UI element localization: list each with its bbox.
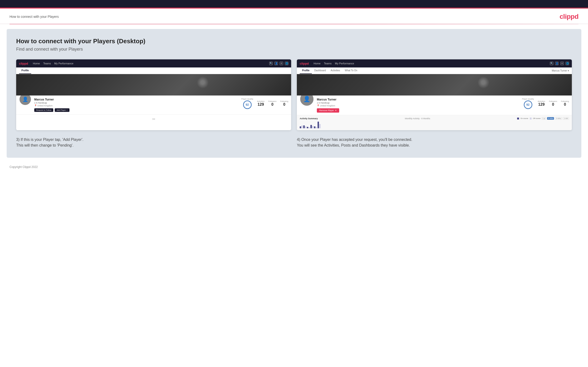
location-icon-1: 📍	[34, 105, 37, 107]
quality-circle-1: 92	[243, 100, 252, 109]
activity-legend: On course Off course	[517, 117, 540, 119]
remove-player-button[interactable]: Remove Player ✕	[317, 108, 339, 113]
hero-decoration-1	[197, 76, 209, 88]
period-1yr[interactable]: 1 yr	[542, 117, 546, 120]
stats-row-1: Player Quality 92 Activities 129 Followe…	[242, 98, 288, 109]
bar-on-1	[300, 126, 301, 128]
period-6mths[interactable]: 6 mths	[547, 117, 554, 120]
profile-buttons-1: Request to Follow Add Player +	[34, 108, 239, 112]
activity-period: Monthly Activity · 6 Months	[405, 117, 430, 120]
bar-on-5	[314, 126, 315, 128]
nav-link-performance-2[interactable]: My Performance	[335, 62, 354, 65]
screenshot-panel-2: clippd Home Teams My Performance 🔍 👤 ⚙ 🌐…	[297, 59, 572, 130]
nav-link-home-2[interactable]: Home	[313, 62, 320, 65]
app-navbar-2: clippd Home Teams My Performance 🔍 👤 ⚙ 🌐	[297, 59, 572, 67]
profile-handicap-1: 1-5 Handicap	[34, 102, 239, 104]
nav-link-performance-1[interactable]: My Performance	[54, 62, 73, 65]
bar-off-1	[301, 125, 303, 128]
settings-icon-1[interactable]: ⚙	[280, 62, 283, 65]
activity-header: Activity Summary Monthly Activity · 6 Mo…	[300, 117, 569, 120]
bar-on-6	[318, 122, 319, 128]
player-quality-2: Player Quality 92	[522, 98, 534, 109]
app-nav-right-1: 🔍 👤 ⚙ 🌐	[269, 62, 288, 65]
page-footer: Copyright Clippd 2022	[0, 162, 588, 172]
following-stat-2: Following 0	[561, 100, 569, 107]
bar-group-1	[300, 125, 303, 128]
app-nav-right-2: 🔍 👤 ⚙ 🌐	[550, 62, 569, 65]
period-1mth[interactable]: 1 mth	[563, 117, 569, 120]
app-tabs-1: Profile	[16, 67, 291, 74]
activity-summary: Activity Summary Monthly Activity · 6 Mo…	[297, 115, 572, 130]
bar-group-2	[303, 125, 306, 128]
nav-link-home-1[interactable]: Home	[33, 62, 40, 65]
bar-group-5	[314, 126, 317, 128]
profile-handicap-2: 1-5 Handicap	[317, 102, 519, 104]
caption-panel-left: 3) If this is your Player tap, 'Add Play…	[16, 137, 291, 148]
tab-whattoon-2[interactable]: What To On	[343, 67, 360, 74]
settings-icon-2[interactable]: ⚙	[560, 62, 564, 65]
close-icon: ✕	[335, 109, 337, 112]
period-3mths[interactable]: 3 mths	[555, 117, 562, 120]
following-stat-1: Following 0	[280, 100, 288, 107]
breadcrumb: How to connect with your Players	[9, 15, 59, 18]
copyright-text: Copyright Clippd 2022	[9, 165, 38, 169]
tab-profile-2[interactable]: Profile	[300, 67, 312, 74]
activity-bars	[300, 121, 569, 128]
profile-info-2: 👤 Marcus Turner 1-5 Handicap 📍 United Ki…	[297, 95, 572, 115]
loading-icon-1: ✂	[152, 117, 155, 121]
panel-bottom-1: ✂	[16, 114, 291, 124]
request-follow-button-1[interactable]: Request to Follow	[34, 108, 53, 112]
profile-hero-1	[16, 74, 291, 95]
activity-title: Activity Summary	[300, 117, 318, 120]
screenshots-row: clippd Home Teams My Performance 🔍 👤 ⚙ 🌐…	[16, 59, 572, 130]
activities-stat-1: Activities 129	[257, 100, 265, 107]
bar-on-2	[303, 125, 305, 128]
search-icon-1[interactable]: 🔍	[269, 62, 273, 65]
app-tabs-2: Profile Dashboard Activities What To On …	[297, 67, 572, 74]
activity-controls: On course Off course 1 yr 6 mths 3 mths …	[517, 117, 569, 120]
globe-icon-1[interactable]: 🌐	[285, 62, 288, 65]
profile-location-1: 📍 United Kingdom	[34, 105, 239, 107]
profile-info-1: 👤 Marcus Turner 1-5 Handicap 📍 United Ki…	[16, 95, 291, 114]
main-content: How to connect with your Players (Deskto…	[7, 29, 581, 158]
tab-dashboard-2[interactable]: Dashboard	[312, 67, 328, 74]
followers-stat-2: Followers 0	[549, 100, 557, 107]
tab-profile-1[interactable]: Profile	[19, 67, 31, 74]
profile-name-1: Marcus Turner	[34, 98, 239, 101]
top-bar	[0, 0, 588, 8]
app-navbar-1: clippd Home Teams My Performance 🔍 👤 ⚙ 🌐	[16, 59, 291, 67]
bar-on-3	[307, 127, 308, 128]
tab-activities-2[interactable]: Activities	[328, 67, 342, 74]
profile-location-2: 📍 United Kingdom	[317, 105, 519, 107]
bar-group-3	[307, 127, 310, 128]
user-icon-2[interactable]: 👤	[555, 62, 559, 65]
app-nav-links-1: Home Teams My Performance	[33, 62, 73, 65]
add-player-button-1[interactable]: Add Player +	[55, 108, 69, 112]
main-subtitle: Find and connect with your Players	[16, 47, 572, 52]
bar-off-2	[305, 126, 306, 128]
profile-details-2: Marcus Turner 1-5 Handicap 📍 United King…	[317, 98, 519, 113]
hero-decoration-2	[477, 76, 489, 88]
search-icon-2[interactable]: 🔍	[550, 62, 553, 65]
clippd-logo: clippd	[560, 13, 579, 20]
quality-circle-2: 92	[524, 100, 532, 109]
nav-link-teams-2[interactable]: Teams	[324, 62, 332, 65]
followers-stat-1: Followers 0	[268, 100, 277, 107]
page-header: How to connect with your Players clippd	[0, 8, 588, 24]
bar-on-4	[311, 125, 312, 128]
globe-icon-2[interactable]: 🌐	[566, 62, 569, 65]
header-divider	[9, 24, 579, 24]
player-quality-1: Player Quality 92	[242, 98, 253, 109]
profile-name-2: Marcus Turner	[317, 98, 519, 101]
user-icon-1[interactable]: 👤	[275, 62, 278, 65]
profile-hero-2	[297, 74, 572, 95]
activities-stat-2: Activities 129	[537, 100, 545, 107]
captions-row: 3) If this is your Player tap, 'Add Play…	[16, 137, 572, 148]
app-navbar-logo-1: clippd	[19, 62, 28, 65]
app-nav-links-2: Home Teams My Performance	[313, 62, 354, 65]
on-course-legend-dot	[517, 117, 519, 119]
nav-link-teams-1[interactable]: Teams	[43, 62, 51, 65]
off-course-legend-label: Off course	[533, 117, 541, 119]
tab-username-2[interactable]: Marcus Turner ▾	[552, 69, 569, 72]
bar-off-4	[312, 126, 313, 128]
